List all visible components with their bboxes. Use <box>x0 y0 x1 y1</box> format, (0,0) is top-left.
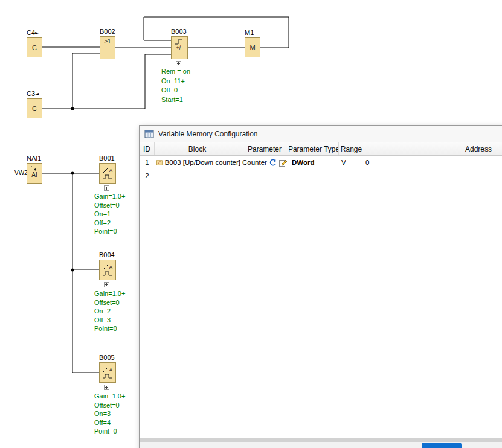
cell-id: 1 <box>140 156 155 169</box>
analog-ramp-symbol: A <box>103 264 112 270</box>
block-name: C4 <box>27 29 35 36</box>
block-b002-or[interactable]: ≥1 <box>100 36 115 59</box>
pin-label-vw2: VW2 <box>14 170 28 176</box>
param-line: Start=1 <box>161 95 190 105</box>
block-label-m1: M1 <box>245 29 254 36</box>
pulse-icon <box>102 271 113 276</box>
pulse-edge-icon <box>175 39 184 45</box>
param-line: On=1 <box>94 210 125 219</box>
input-arrow-icon <box>31 166 38 171</box>
updown-counter-symbol: +/- <box>176 45 183 51</box>
table-row[interactable]: 1 B003 [Up/Down counter] Counter <box>140 156 502 169</box>
cursor-key-symbol: C <box>32 105 37 112</box>
block-label-b003: B003 <box>171 28 187 35</box>
param-line: Gain=1.0+ <box>94 392 125 401</box>
block-m1-flag[interactable]: M <box>245 37 260 57</box>
ramp-icon <box>103 367 109 373</box>
expand-parameters-button[interactable] <box>104 185 109 191</box>
column-header-address[interactable]: Address <box>364 142 502 155</box>
cell-parameter-type: DWord <box>289 156 339 169</box>
block-b004-analog-threshold[interactable]: A <box>99 260 116 280</box>
table-header: ID Block Parameter Parameter Type Range … <box>140 142 502 156</box>
edit-pencil-icon[interactable] <box>279 159 288 167</box>
column-header-id[interactable]: ID <box>140 142 155 155</box>
ramp-icon <box>103 264 109 270</box>
block-b003-updown-counter[interactable]: +/- <box>171 36 188 59</box>
dialog-footer <box>140 442 502 448</box>
table-body: 1 B003 [Up/Down counter] Counter <box>140 156 502 438</box>
cursor-left-icon: ◄ <box>35 91 39 97</box>
expand-parameters-button[interactable] <box>176 61 181 66</box>
ok-button[interactable] <box>422 443 462 448</box>
analog-input-symbol: AI <box>31 172 37 178</box>
variable-memory-config-window: Variable Memory Configuration ID Block P… <box>139 125 502 448</box>
analog-ramp-symbol: A <box>103 168 112 173</box>
param-line: Gain=1.0+ <box>94 192 125 201</box>
block-b004-parameters: Gain=1.0+ Offset=0 On=2 Off=3 Point=0 <box>94 289 125 333</box>
block-label-b002: B002 <box>100 28 115 35</box>
pulse-icon <box>102 374 113 379</box>
cell-parameter: Counter <box>240 156 289 169</box>
column-header-parameter-type[interactable]: Parameter Type <box>289 142 339 155</box>
refresh-icon[interactable] <box>269 158 277 167</box>
param-line: On=3 <box>94 409 125 418</box>
dialog-titlebar[interactable]: Variable Memory Configuration <box>140 126 502 142</box>
cell-block <box>155 169 240 182</box>
block-b001-analog-threshold[interactable]: A <box>99 163 116 184</box>
dialog-title: Variable Memory Configuration <box>158 130 258 138</box>
block-name: C3 <box>27 90 35 97</box>
param-line: Point=0 <box>94 427 125 436</box>
param-line: Offset=0 <box>94 201 125 210</box>
cell-parameter <box>240 169 289 182</box>
block-b001-parameters: Gain=1.0+ Offset=0 On=1 Off=2 Point=0 <box>94 192 125 236</box>
block-b005-parameters: Gain=1.0+ Offset=0 On=3 Off=4 Point=0 <box>94 392 125 436</box>
table-bottom-edge <box>140 438 502 442</box>
logo-soft-editor-canvas: C4► C B002 ≥1 B003 +/- Rem = on On=11+ O… <box>0 0 502 448</box>
cell-address <box>364 169 502 182</box>
block-c4[interactable]: C <box>27 37 42 57</box>
block-label-b005: B005 <box>99 354 115 361</box>
analog-letter: A <box>109 168 112 173</box>
param-line: Gain=1.0+ <box>94 289 125 298</box>
table-row[interactable]: 2 <box>140 169 502 182</box>
column-header-range[interactable]: Range <box>339 142 364 155</box>
block-nai1-analog-input[interactable]: AI <box>27 163 42 184</box>
block-mini-icon <box>156 159 163 167</box>
block-label-b001: B001 <box>99 155 115 162</box>
expand-parameters-button[interactable] <box>104 282 109 287</box>
block-b005-analog-threshold[interactable]: A <box>99 362 116 383</box>
analog-letter: A <box>109 265 112 270</box>
param-line: Off=4 <box>94 418 125 427</box>
block-c3[interactable]: C <box>27 98 42 118</box>
param-line: Offset=0 <box>94 298 125 307</box>
cell-address[interactable]: 0 <box>364 156 502 169</box>
column-header-block[interactable]: Block <box>155 142 240 155</box>
param-line: Point=0 <box>94 324 125 333</box>
param-line: On=2 <box>94 307 125 316</box>
parameter-name: Counter <box>242 159 267 166</box>
param-line: Point=0 <box>94 227 125 236</box>
expand-parameters-button[interactable] <box>104 385 109 390</box>
block-label-c4: C4► <box>27 29 39 36</box>
flag-symbol: M <box>249 44 255 51</box>
column-header-parameter[interactable]: Parameter <box>240 142 289 155</box>
ramp-icon <box>103 168 109 173</box>
param-line: Off=3 <box>94 316 125 325</box>
param-line: On=11+ <box>161 77 190 86</box>
or-gate-symbol: ≥1 <box>104 38 111 45</box>
cell-block: B003 [Up/Down counter] <box>155 156 240 169</box>
block-label-b004: B004 <box>99 251 115 258</box>
pulse-icon <box>102 174 113 179</box>
cursor-right-icon: ► <box>35 30 39 36</box>
block-b003-parameters: Rem = on On=11+ Off=0 Start=1 <box>161 67 190 104</box>
param-line: Off=2 <box>94 219 125 228</box>
cursor-key-symbol: C <box>32 44 37 51</box>
cell-range <box>339 169 364 182</box>
param-line: Rem = on <box>161 67 190 77</box>
cell-range: V <box>339 156 364 169</box>
block-label-nai1: NAI1 <box>27 155 41 162</box>
memory-config-icon <box>144 129 154 139</box>
analog-ramp-symbol: A <box>103 367 112 373</box>
analog-letter: A <box>109 368 112 373</box>
param-line: Offset=0 <box>94 401 125 410</box>
